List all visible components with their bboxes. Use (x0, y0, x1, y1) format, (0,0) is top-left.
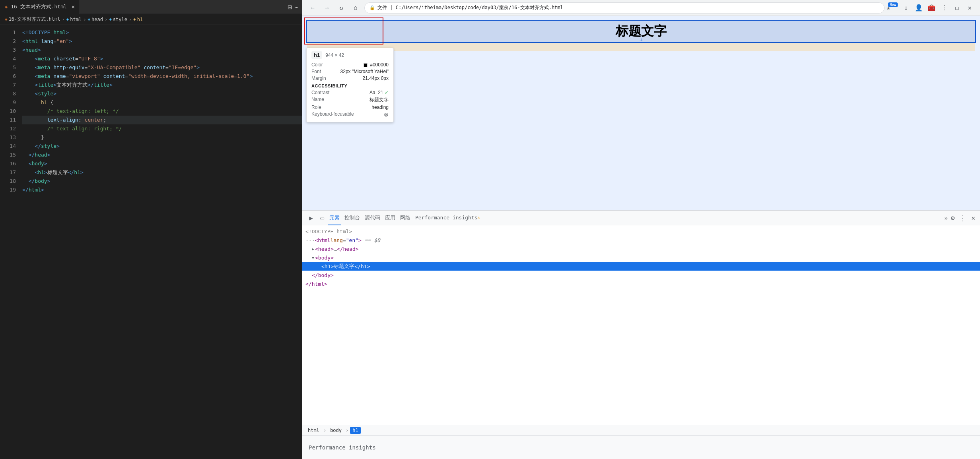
extensions-button[interactable]: 🧰 (926, 2, 937, 14)
settings-icon[interactable]: ⚙ (949, 214, 957, 222)
download-button[interactable]: ↓ (900, 2, 912, 14)
back-button[interactable]: ← (307, 2, 318, 14)
dom-head[interactable]: ▶<head>…</head> (302, 244, 980, 253)
breadcrumb-file[interactable]: ◈ 16-文本对齐方式.html (5, 16, 60, 23)
breadcrumb-head-icon: ◈ (88, 17, 90, 22)
breadcrumb-style-icon: ◈ (109, 17, 112, 22)
bookmark-button[interactable]: ★ New (888, 2, 899, 14)
element-crosshair: + (639, 37, 644, 42)
breadcrumb-h1-label: h1 (137, 17, 143, 22)
code-line-15: </head> (22, 151, 302, 159)
editor-panel: ◈ 16-文本对齐方式.html × ⊟ ⋯ ◈ 16-文本对齐方式.html … (0, 0, 302, 459)
tooltip-margin-value: 21.44px 0px (363, 76, 389, 81)
more-options-button[interactable]: ⋮ (939, 2, 950, 14)
breadcrumb-file-label: 16-文本对齐方式.html (9, 16, 60, 23)
tab-title: 16-文本对齐方式.html (11, 3, 67, 10)
dom-doctype[interactable]: <!DOCTYPE html> (302, 227, 980, 236)
tooltip-size: 944 × 42 (325, 52, 344, 58)
devtools-panel: ▶ ▭ 元素 控制台 源代码 应用 网络 Performance insight… (302, 211, 980, 459)
code-line-16: <body> (22, 159, 302, 168)
tooltip-header: h1 944 × 42 (311, 51, 389, 59)
tooltip-name-row: Name 标题文字 (311, 97, 389, 103)
dom-h1[interactable]: <h1>标题文字</h1> (302, 262, 980, 271)
code-line-19: </html> (22, 186, 302, 194)
breadcrumb-style[interactable]: ◈ style (109, 17, 127, 22)
dom-breadcrumb-html[interactable]: html (305, 427, 322, 434)
tooltip-accessibility-header: ACCESSIBILITY (311, 83, 389, 88)
split-editor-button[interactable]: ⊟ (288, 3, 292, 11)
more-editor-button[interactable]: ⋯ (294, 3, 299, 11)
tab-performance-insights[interactable]: Performance insights ⚠ (414, 211, 482, 225)
more-devtools-icon[interactable]: ⋮ (958, 214, 968, 222)
code-line-10: /* text-align: left; */ (22, 107, 302, 116)
code-editor[interactable]: <!DOCTYPE html> <html lang="en"> <head> … (19, 25, 302, 459)
devtools-device-button[interactable]: ▭ (317, 213, 328, 224)
refresh-button[interactable]: ↻ (336, 2, 347, 14)
breadcrumb: ◈ 16-文本对齐方式.html › ◈ html › ◈ head › ◈ s… (0, 14, 302, 25)
tab-console[interactable]: 控制台 (343, 211, 362, 225)
forward-button[interactable]: → (321, 2, 332, 14)
code-line-12: /* text-align: right; */ (22, 124, 302, 133)
breadcrumb-html[interactable]: ◈ html (66, 17, 82, 22)
tooltip-name-value: 标题文字 (369, 97, 389, 103)
browser-panel: ← → ↻ ⌂ 🔒 文件 | C:/Users/itheima/Desktop/… (302, 0, 980, 459)
code-line-17: <h1>标题文字</h1> (22, 168, 302, 177)
tab-application[interactable]: 应用 (383, 211, 397, 225)
code-line-7: <title>文本对齐方式</title> (22, 81, 302, 89)
tooltip-role-label: Role (311, 105, 321, 110)
browser-chrome: ← → ↻ ⌂ 🔒 文件 | C:/Users/itheima/Desktop/… (302, 0, 980, 16)
close-devtools-button[interactable]: ✕ (970, 214, 977, 222)
tooltip-font-label: Font (311, 69, 321, 74)
tab-file-icon: ◈ (5, 4, 8, 10)
code-line-13: } (22, 133, 302, 142)
breadcrumb-h1[interactable]: ◈ h1 (133, 17, 143, 22)
editor-tab-bar: ◈ 16-文本对齐方式.html × ⊟ ⋯ (0, 0, 302, 14)
element-tooltip: h1 944 × 42 Color #000000 Font 32px "Mic… (306, 48, 394, 122)
perf-insights-badge: ⚠ (478, 215, 480, 220)
tooltip-contrast-label: Contrast (311, 90, 329, 95)
devtools-breadcrumb-bar: html › body › h1 (302, 425, 980, 435)
code-line-8: <style> (22, 89, 302, 98)
perf-insights-label: Performance insights (415, 215, 478, 221)
tooltip-tag: h1 (311, 51, 322, 59)
dom-body[interactable]: ▼<body> (302, 253, 980, 262)
code-line-2: <html lang="en"> (22, 37, 302, 46)
dom-html[interactable]: ···<html lang="en"> == $0 (302, 236, 980, 244)
tab-network[interactable]: 网络 (399, 211, 412, 225)
tooltip-role-row: Role heading (311, 105, 389, 110)
profile-button[interactable]: 👤 (913, 2, 924, 14)
tab-sources[interactable]: 源代码 (363, 211, 382, 225)
breadcrumb-head[interactable]: ◈ head (88, 17, 103, 22)
contrast-check-icon: ✓ (385, 90, 389, 95)
tab-elements[interactable]: 元素 (328, 211, 341, 225)
tooltip-keyboard-row: Keyboard-focusable ⊗ (311, 111, 389, 118)
tooltip-color-row: Color #000000 (311, 62, 389, 68)
new-badge: New (888, 2, 898, 7)
restore-button[interactable]: ◻ (951, 2, 962, 14)
code-line-6: <meta name="viewport" content="width=dev… (22, 72, 302, 81)
dom-breadcrumb-body[interactable]: body (328, 427, 344, 434)
devtools-tab-bar: ▶ ▭ 元素 控制台 源代码 应用 网络 Performance insight… (302, 211, 980, 225)
tooltip-color-label: Color (311, 62, 323, 68)
home-button[interactable]: ⌂ (350, 2, 361, 14)
breadcrumb-h1-icon: ◈ (133, 17, 136, 22)
h1-margin-indicator (307, 43, 975, 51)
code-area: 1 2 3 4 5 6 7 8 9 10 11 12 13 14 15 16 1… (0, 25, 302, 459)
tooltip-color-value: #000000 (364, 62, 389, 68)
browser-actions: ★ New ↓ 👤 🧰 ⋮ ◻ ✕ (888, 2, 975, 14)
breadcrumb-sep-1: › (62, 17, 64, 22)
dom-html-close[interactable]: </html> (302, 279, 980, 288)
editor-tab-active[interactable]: ◈ 16-文本对齐方式.html × (0, 0, 80, 14)
tooltip-keyboard-label: Keyboard-focusable (311, 111, 354, 118)
address-bar[interactable]: 🔒 文件 | C:/Users/itheima/Desktop/code/day… (364, 2, 885, 14)
dom-breadcrumb-h1[interactable]: h1 (350, 427, 360, 434)
lock-icon: 🔒 (369, 5, 375, 10)
close-browser-button[interactable]: ✕ (964, 2, 975, 14)
breadcrumb-head-label: head (91, 17, 103, 22)
code-line-18: </body> (22, 177, 302, 186)
tab-close-button[interactable]: × (72, 4, 75, 10)
chevron-right-icon[interactable]: » (944, 215, 947, 221)
devtools-inspect-button[interactable]: ▶ (305, 213, 317, 224)
breadcrumb-sep-2: › (83, 17, 86, 22)
dom-body-close[interactable]: </body> (302, 271, 980, 279)
